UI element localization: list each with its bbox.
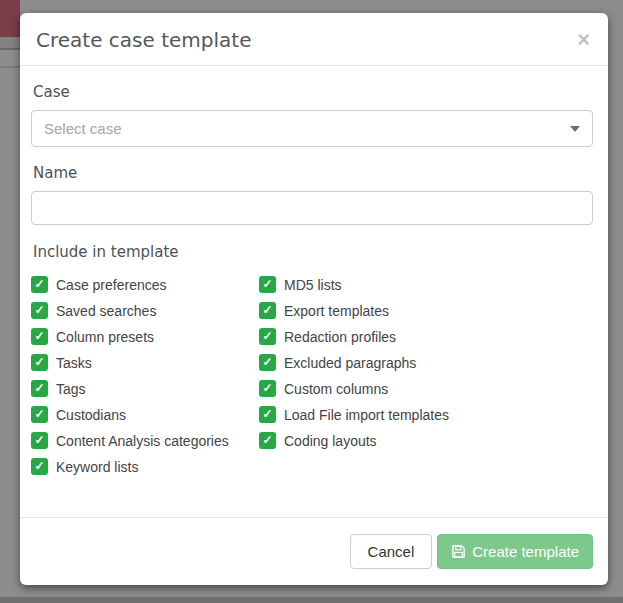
include-option-row[interactable]: ✓ Keyword lists	[31, 458, 259, 475]
background-divider	[0, 66, 20, 68]
checkbox-checked-icon[interactable]: ✓	[31, 432, 48, 449]
close-icon[interactable]: ×	[575, 30, 592, 50]
include-option-label: Excluded paragraphs	[284, 355, 416, 371]
checkbox-checked-icon[interactable]: ✓	[31, 328, 48, 345]
include-option-label: Keyword lists	[56, 459, 138, 475]
case-field-label: Case	[33, 83, 593, 101]
include-option-label: Tags	[56, 381, 86, 397]
include-option-label: Tasks	[56, 355, 92, 371]
dialog-body: Case Select case Name Include in templat…	[20, 66, 608, 484]
include-option-label: Redaction profiles	[284, 329, 396, 345]
include-option-row[interactable]: ✓ Redaction profiles	[259, 328, 593, 345]
background-band	[0, 37, 20, 48]
case-select[interactable]: Select case	[31, 110, 593, 147]
include-option-row[interactable]: ✓ Custom columns	[259, 380, 593, 397]
include-option-label: Case preferences	[56, 277, 167, 293]
checkbox-checked-icon[interactable]: ✓	[31, 302, 48, 319]
checkbox-checked-icon[interactable]: ✓	[259, 328, 276, 345]
create-template-button-label: Create template	[472, 543, 579, 560]
chevron-down-icon	[570, 126, 580, 132]
include-option-label: Custom columns	[284, 381, 388, 397]
create-case-template-dialog: Create case template × Case Select case …	[20, 13, 608, 585]
include-option-row[interactable]: ✓ MD5 lists	[259, 276, 593, 293]
checkbox-checked-icon[interactable]: ✓	[259, 380, 276, 397]
include-option-label: MD5 lists	[284, 277, 342, 293]
checkbox-checked-icon[interactable]: ✓	[259, 354, 276, 371]
case-select-placeholder: Select case	[44, 120, 570, 137]
include-options-right-column: ✓ MD5 lists ✓ Export templates ✓ Redacti…	[259, 276, 593, 484]
checkbox-checked-icon[interactable]: ✓	[31, 354, 48, 371]
checkbox-checked-icon[interactable]: ✓	[31, 458, 48, 475]
dialog-header: Create case template ×	[20, 13, 608, 66]
name-field-label: Name	[33, 164, 593, 182]
include-options: ✓ Case preferences ✓ Saved searches ✓ Co…	[31, 276, 593, 484]
name-input[interactable]	[31, 191, 593, 225]
include-option-row[interactable]: ✓ Load File import templates	[259, 406, 593, 423]
include-option-row[interactable]: ✓ Case preferences	[31, 276, 259, 293]
include-option-label: Export templates	[284, 303, 389, 319]
include-option-row[interactable]: ✓ Tasks	[31, 354, 259, 371]
include-option-row[interactable]: ✓ Column presets	[31, 328, 259, 345]
include-options-left-column: ✓ Case preferences ✓ Saved searches ✓ Co…	[31, 276, 259, 484]
create-template-button[interactable]: Create template	[437, 534, 593, 569]
save-icon	[451, 544, 466, 559]
include-option-label: Load File import templates	[284, 407, 449, 423]
background-bottom-strip	[0, 597, 623, 603]
include-option-row[interactable]: ✓ Export templates	[259, 302, 593, 319]
include-option-label: Column presets	[56, 329, 154, 345]
include-option-row[interactable]: ✓ Coding layouts	[259, 432, 593, 449]
checkbox-checked-icon[interactable]: ✓	[31, 276, 48, 293]
include-option-label: Saved searches	[56, 303, 156, 319]
include-option-label: Coding layouts	[284, 433, 377, 449]
checkbox-checked-icon[interactable]: ✓	[259, 432, 276, 449]
cancel-button[interactable]: Cancel	[350, 534, 433, 569]
include-option-row[interactable]: ✓ Content Analysis categories	[31, 432, 259, 449]
include-option-row[interactable]: ✓ Excluded paragraphs	[259, 354, 593, 371]
include-option-label: Custodians	[56, 407, 126, 423]
include-option-row[interactable]: ✓ Saved searches	[31, 302, 259, 319]
include-option-label: Content Analysis categories	[56, 433, 229, 449]
include-option-row[interactable]: ✓ Tags	[31, 380, 259, 397]
checkbox-checked-icon[interactable]: ✓	[31, 406, 48, 423]
background-maroon-block	[0, 0, 20, 37]
background-divider	[0, 48, 20, 50]
checkbox-checked-icon[interactable]: ✓	[259, 406, 276, 423]
include-option-row[interactable]: ✓ Custodians	[31, 406, 259, 423]
checkbox-checked-icon[interactable]: ✓	[259, 276, 276, 293]
include-section-label: Include in template	[33, 243, 593, 261]
checkbox-checked-icon[interactable]: ✓	[259, 302, 276, 319]
dialog-footer: Cancel Create template	[20, 517, 608, 585]
dialog-title: Create case template	[36, 28, 251, 52]
checkbox-checked-icon[interactable]: ✓	[31, 380, 48, 397]
